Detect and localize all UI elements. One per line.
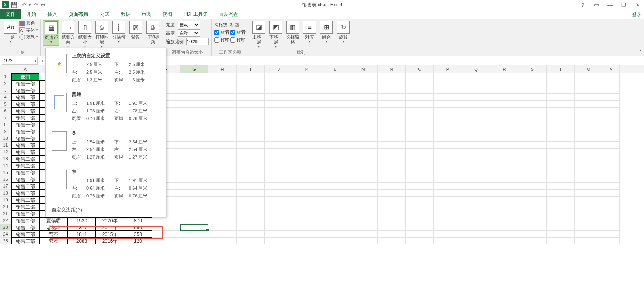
cell[interactable] <box>547 224 575 231</box>
column-header[interactable]: R <box>490 65 518 73</box>
cell[interactable] <box>490 94 518 101</box>
height-select[interactable]: 自动 <box>178 29 200 37</box>
cell[interactable] <box>490 231 518 238</box>
cell[interactable] <box>434 73 462 80</box>
cell[interactable] <box>349 162 378 169</box>
cell[interactable] <box>462 94 490 101</box>
cell[interactable] <box>462 155 490 162</box>
row-header[interactable]: 14 <box>0 162 11 169</box>
row-header[interactable]: 25 <box>0 238 11 244</box>
cell[interactable] <box>180 135 208 142</box>
theme-effects-button[interactable]: 效果▾ <box>19 34 38 40</box>
cell[interactable] <box>349 231 378 238</box>
cell[interactable] <box>378 135 406 142</box>
cell[interactable] <box>547 210 575 217</box>
ribbon-options-button[interactable]: ▭ <box>592 1 601 9</box>
close-button[interactable]: ✕ <box>633 1 642 9</box>
row-header[interactable]: 2 <box>0 80 11 87</box>
row-header[interactable]: 19 <box>0 197 11 203</box>
headings-print-checkbox[interactable]: 打印 <box>230 37 246 43</box>
cell[interactable] <box>378 190 406 197</box>
cell[interactable] <box>293 155 321 162</box>
cell[interactable] <box>237 183 265 190</box>
cell[interactable] <box>518 73 547 80</box>
cell[interactable] <box>434 210 462 217</box>
margins-option-wide[interactable]: 宽 上:2.54 厘米下:2.54 厘米 左:2.54 厘米右:2.54 厘米 … <box>46 126 166 164</box>
cell[interactable] <box>603 73 620 80</box>
cell[interactable] <box>208 176 237 183</box>
cell[interactable]: 销售二部 <box>11 162 39 169</box>
cell[interactable] <box>180 224 208 231</box>
cell[interactable] <box>434 114 462 121</box>
cell[interactable] <box>180 190 208 197</box>
cell[interactable]: 销售二部 <box>11 224 39 231</box>
cell[interactable] <box>293 114 321 121</box>
cell[interactable] <box>490 128 518 135</box>
cell[interactable] <box>265 135 293 142</box>
cell[interactable] <box>208 149 237 155</box>
cell[interactable] <box>434 142 462 149</box>
cell[interactable] <box>575 94 603 101</box>
cell[interactable] <box>603 94 620 101</box>
cell[interactable] <box>321 87 349 94</box>
cell[interactable] <box>152 238 180 244</box>
cell[interactable] <box>575 101 603 108</box>
cell[interactable] <box>237 224 265 231</box>
cell[interactable] <box>406 176 434 183</box>
cell[interactable] <box>293 169 321 176</box>
cell[interactable] <box>378 114 406 121</box>
cell[interactable] <box>293 203 321 210</box>
cell[interactable] <box>378 94 406 101</box>
cell[interactable] <box>518 217 547 224</box>
cell[interactable]: 2016年 <box>96 238 124 244</box>
cell[interactable] <box>378 73 406 80</box>
cell[interactable] <box>462 224 490 231</box>
cell[interactable] <box>547 101 575 108</box>
cell[interactable] <box>265 190 293 197</box>
cell[interactable] <box>265 169 293 176</box>
cell[interactable]: 郭准 <box>39 238 68 244</box>
cell[interactable] <box>321 108 349 114</box>
cell[interactable]: 诸葛均 <box>39 224 68 231</box>
cell[interactable]: 销售二部 <box>11 155 39 162</box>
cell[interactable] <box>321 210 349 217</box>
cell[interactable] <box>434 155 462 162</box>
cell[interactable] <box>321 80 349 87</box>
cell[interactable] <box>434 101 462 108</box>
cell[interactable] <box>603 149 620 155</box>
cell[interactable] <box>462 190 490 197</box>
cell[interactable] <box>180 183 208 190</box>
cell[interactable] <box>237 155 265 162</box>
cell[interactable] <box>349 155 378 162</box>
cell[interactable] <box>434 121 462 128</box>
cell[interactable] <box>547 73 575 80</box>
cell[interactable] <box>237 80 265 87</box>
cell[interactable] <box>237 101 265 108</box>
cell[interactable] <box>180 73 208 80</box>
cell[interactable]: 销售一部 <box>11 108 39 114</box>
cell[interactable] <box>462 135 490 142</box>
cell[interactable] <box>237 238 265 244</box>
cell[interactable] <box>575 238 603 244</box>
cell[interactable] <box>349 94 378 101</box>
name-box[interactable]: G23▾ <box>2 57 38 65</box>
cell[interactable] <box>603 210 620 217</box>
tab-page-layout[interactable]: 页面布局 <box>63 9 94 19</box>
cell[interactable] <box>349 210 378 217</box>
cell[interactable] <box>547 142 575 149</box>
cell[interactable] <box>265 149 293 155</box>
cell[interactable] <box>321 190 349 197</box>
cell[interactable] <box>406 101 434 108</box>
cell[interactable] <box>518 155 547 162</box>
cell[interactable] <box>603 217 620 224</box>
cell[interactable] <box>321 149 349 155</box>
column-header[interactable]: I <box>237 65 265 73</box>
column-header[interactable]: K <box>293 65 321 73</box>
cell[interactable] <box>293 231 321 238</box>
cell[interactable] <box>265 238 293 244</box>
cell[interactable] <box>547 108 575 114</box>
margins-option-normal[interactable]: 普通 上:1.91 厘米下:1.91 厘米 左:1.78 厘米右:1.78 厘米… <box>46 87 166 126</box>
margins-option-narrow[interactable]: 窄 上:1.91 厘米下:1.91 厘米 左:0.64 厘米右:0.64 厘米 … <box>46 164 166 203</box>
cell[interactable] <box>603 87 620 94</box>
row-header[interactable]: 10 <box>0 135 11 142</box>
